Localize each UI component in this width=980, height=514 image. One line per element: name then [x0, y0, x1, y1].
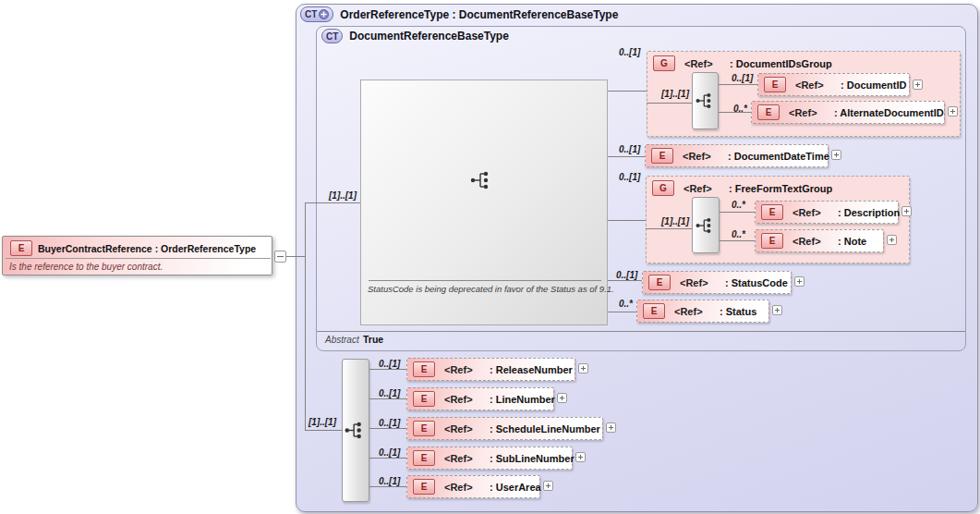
expand-icon[interactable]	[557, 393, 567, 403]
expand-icon[interactable]	[887, 235, 897, 245]
element-name: : SubLineNumber	[490, 453, 575, 464]
element-description[interactable]: E <Ref> : Description	[755, 201, 899, 224]
element-statuscode[interactable]: E <Ref> : StatusCode	[642, 271, 792, 294]
element-alternatedocumentid[interactable]: E <Ref> : AlternateDocumentID	[751, 101, 945, 124]
element-documentid[interactable]: E <Ref> : DocumentID	[757, 73, 910, 96]
element-badge: E	[651, 148, 673, 164]
element-badge: E	[764, 77, 786, 92]
element-name: : Status	[720, 306, 756, 317]
element-badge: E	[413, 391, 435, 407]
group-header: G <Ref> : FreeFormTextGroup	[647, 177, 909, 196]
basetype-header[interactable]: CT DocumentReferenceBaseType	[321, 29, 509, 43]
cardinality-label: [1]..[1]	[661, 216, 689, 226]
expand-icon[interactable]	[772, 305, 782, 315]
connector-line	[647, 103, 692, 104]
cardinality-label: [1]..[1]	[309, 417, 336, 427]
ref-label: <Ref>	[444, 394, 490, 405]
complextype-orderreferencetype-header[interactable]: CT OrderReferenceType : DocumentReferenc…	[300, 6, 618, 22]
connector-line	[369, 428, 406, 429]
ref-label: <Ref>	[684, 58, 730, 69]
ct-derived-badge: CT	[300, 6, 333, 22]
sequence-icon	[696, 92, 716, 110]
expand-icon[interactable]	[606, 422, 616, 433]
element-title: BuyerContractReference : OrderReferenceT…	[38, 243, 256, 254]
cardinality-label: 0..[1]	[379, 447, 400, 458]
cardinality-label: 0..[1]	[619, 144, 640, 154]
element-badge: E	[413, 361, 435, 377]
expand-icon[interactable]	[948, 106, 958, 116]
ct-badge-label: CT	[305, 9, 317, 19]
connector-line	[720, 212, 755, 213]
divider	[369, 280, 601, 281]
element-sublinenumber[interactable]: E <Ref> : SubLineNumber	[406, 447, 573, 470]
element-name: : AlternateDocumentID	[834, 107, 944, 118]
abstract-value: True	[363, 334, 383, 345]
cardinality-label: [1]..[1]	[329, 190, 357, 201]
connector-line	[305, 202, 306, 431]
element-name: : Description	[838, 207, 900, 218]
connector-line	[608, 156, 645, 157]
collapse-icon[interactable]	[274, 251, 286, 263]
cardinality-label: 0..[1]	[619, 47, 640, 57]
ref-label: <Ref>	[684, 183, 729, 194]
expand-icon[interactable]	[578, 363, 588, 373]
ref-label: <Ref>	[792, 207, 838, 218]
element-schedulelinenumber[interactable]: E <Ref> : ScheduleLineNumber	[406, 417, 603, 440]
connector-line	[720, 240, 755, 241]
sequence-compositor[interactable]	[692, 72, 719, 129]
element-name: : LineNumber	[490, 394, 555, 405]
element-badge: E	[643, 303, 665, 319]
connector-line	[306, 430, 342, 431]
cardinality-label: 0..[1]	[379, 476, 400, 486]
connector-line	[608, 220, 646, 221]
cardinality-label: [1]..[1]	[661, 89, 689, 99]
connector-line	[286, 256, 305, 257]
group-badge: G	[653, 55, 675, 71]
expand-icon[interactable]	[831, 150, 841, 160]
ref-label: <Ref>	[795, 80, 841, 91]
plus-circle-icon	[319, 9, 329, 19]
element-releasenumber[interactable]: E <Ref> : ReleaseNumber	[406, 358, 575, 381]
expand-icon[interactable]	[794, 276, 805, 287]
sequence-compositor[interactable]	[692, 197, 720, 253]
content-model-box[interactable]: StatusCode is being deprecated in favor …	[360, 80, 608, 325]
connector-line	[306, 202, 360, 203]
element-note[interactable]: E <Ref> : Note	[755, 229, 884, 252]
ref-label: <Ref>	[789, 107, 834, 118]
element-linenumber[interactable]: E <Ref> : LineNumber	[406, 387, 554, 410]
element-badge: E	[10, 240, 32, 256]
group-name: : DocumentIDsGroup	[730, 58, 832, 69]
ref-label: <Ref>	[674, 306, 720, 317]
ct-badge-label: CT	[326, 31, 338, 42]
sequence-icon	[470, 170, 494, 190]
ref-label: <Ref>	[444, 453, 490, 464]
element-badge: E	[761, 233, 783, 249]
element-name: : StatusCode	[725, 277, 788, 288]
cardinality-label: 0..[1]	[379, 388, 400, 398]
element-badge: E	[757, 104, 780, 120]
element-documentdatetime[interactable]: E <Ref> : DocumentDateTime	[645, 144, 829, 167]
cardinality-label: 0..*	[733, 104, 747, 114]
sequence-compositor[interactable]	[342, 359, 369, 502]
element-userarea[interactable]: E <Ref> : UserArea	[406, 475, 540, 498]
connector-line	[608, 312, 636, 312]
element-badge: E	[648, 275, 671, 290]
element-buyercontractreference[interactable]: E BuyerContractReference : OrderReferenc…	[2, 236, 272, 275]
expand-icon[interactable]	[575, 452, 586, 462]
connector-line	[608, 91, 647, 92]
ref-label: <Ref>	[683, 151, 728, 162]
schema-diagram: CT OrderReferenceType : DocumentReferenc…	[0, 0, 980, 514]
model-annotation: StatusCode is being deprecated in favor …	[368, 284, 614, 294]
cardinality-label: 0..[1]	[619, 172, 640, 182]
ref-label: <Ref>	[680, 277, 725, 288]
expand-icon[interactable]	[901, 206, 912, 216]
connector-line	[369, 458, 406, 459]
element-name: : DocumentDateTime	[728, 151, 829, 162]
ref-label: <Ref>	[444, 482, 490, 493]
expand-icon[interactable]	[543, 481, 553, 491]
sequence-icon	[696, 216, 716, 235]
element-badge: E	[761, 204, 783, 220]
expand-icon[interactable]	[913, 80, 923, 90]
element-name: : ReleaseNumber	[490, 364, 573, 375]
element-status[interactable]: E <Ref> : Status	[636, 300, 769, 323]
